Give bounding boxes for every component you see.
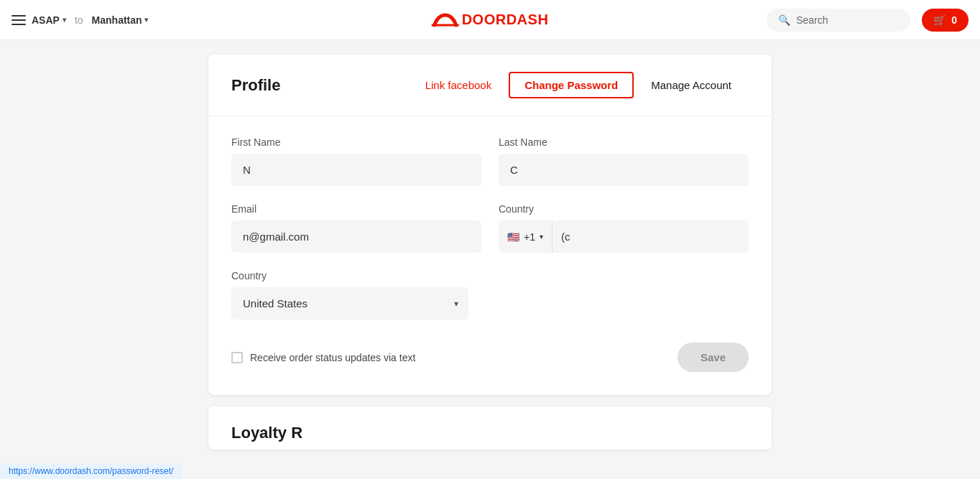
- phone-group: Country 🇺🇸 +1 ▾: [499, 203, 749, 253]
- email-phone-row: Email Country 🇺🇸 +1 ▾: [231, 203, 749, 253]
- loyalty-title: Loyalty R: [231, 424, 749, 442]
- country-select-label: Country: [231, 270, 468, 282]
- last-name-input[interactable]: [499, 154, 749, 186]
- save-button[interactable]: Save: [678, 343, 749, 372]
- asap-chevron-icon: ▾: [63, 16, 66, 24]
- profile-title: Profile: [231, 76, 280, 95]
- name-row: First Name Last Name: [231, 136, 749, 186]
- asap-selector[interactable]: ASAP ▾: [32, 14, 66, 26]
- status-url: https://www.doordash.com/password-reset/: [9, 466, 173, 476]
- location-label: Manhattan: [92, 14, 142, 26]
- tab-change-password[interactable]: Change Password: [509, 72, 634, 98]
- profile-tabs: Link facebook Change Password Manage Acc…: [408, 72, 749, 98]
- main-content: Profile Link facebook Change Password Ma…: [0, 40, 980, 479]
- profile-form: First Name Last Name Email Country: [208, 116, 772, 395]
- nav-logo[interactable]: DOORDASH: [432, 11, 549, 28]
- cart-button[interactable]: 🛒 0: [922, 9, 969, 32]
- cart-icon: 🛒: [933, 14, 946, 26]
- last-name-label: Last Name: [499, 136, 749, 148]
- country-group: Country United States Canada Mexico Unit…: [231, 270, 468, 320]
- form-actions: Receive order status updates via text Sa…: [231, 343, 749, 372]
- last-name-group: Last Name: [499, 136, 749, 186]
- checkbox-group: Receive order status updates via text: [231, 352, 415, 363]
- search-bar[interactable]: 🔍 Search: [767, 9, 910, 32]
- asap-label: ASAP: [32, 14, 60, 26]
- location-selector[interactable]: Manhattan ▾: [92, 14, 148, 26]
- country-dial-code: +1: [524, 231, 535, 243]
- profile-card: Profile Link facebook Change Password Ma…: [208, 55, 772, 395]
- loyalty-card: Loyalty R: [208, 406, 772, 450]
- nav-to-label: to: [75, 14, 83, 26]
- country-phone-wrapper: 🇺🇸 +1 ▾: [499, 220, 749, 253]
- email-label: Email: [231, 203, 481, 215]
- nav-right: 🔍 Search 🛒 0: [767, 9, 969, 32]
- search-text: Search: [796, 14, 828, 26]
- search-icon: 🔍: [778, 14, 790, 26]
- hamburger-icon[interactable]: [11, 15, 26, 25]
- profile-header: Profile Link facebook Change Password Ma…: [208, 55, 772, 116]
- country-select-wrapper: United States Canada Mexico United Kingd…: [231, 287, 468, 320]
- phone-country-label: Country: [499, 203, 749, 215]
- country-row: Country United States Canada Mexico Unit…: [231, 270, 749, 320]
- nav-left: ASAP ▾ to Manhattan ▾: [11, 14, 148, 26]
- email-group: Email: [231, 203, 481, 253]
- status-bar: https://www.doordash.com/password-reset/: [0, 463, 182, 479]
- sms-updates-label: Receive order status updates via text: [250, 352, 415, 363]
- doordash-dash-icon: [432, 12, 459, 28]
- country-flag: 🇺🇸: [507, 231, 519, 243]
- location-chevron-icon: ▾: [144, 16, 148, 24]
- doordash-logo-text: DOORDASH: [462, 11, 549, 28]
- doordash-logo: DOORDASH: [432, 11, 549, 28]
- tab-link-facebook[interactable]: Link facebook: [408, 73, 509, 97]
- first-name-input[interactable]: [231, 154, 481, 186]
- navbar: ASAP ▾ to Manhattan ▾ DOORDASH 🔍 Search …: [0, 0, 980, 40]
- phone-input[interactable]: [553, 220, 749, 253]
- country-code-chevron-icon: ▾: [540, 233, 543, 241]
- sms-updates-checkbox[interactable]: [231, 352, 243, 363]
- cart-count: 0: [951, 14, 957, 26]
- first-name-label: First Name: [231, 136, 481, 148]
- first-name-group: First Name: [231, 136, 481, 186]
- tab-manage-account[interactable]: Manage Account: [634, 73, 749, 97]
- country-code-selector[interactable]: 🇺🇸 +1 ▾: [499, 221, 553, 253]
- country-select[interactable]: United States Canada Mexico United Kingd…: [231, 287, 468, 320]
- email-input[interactable]: [231, 220, 481, 253]
